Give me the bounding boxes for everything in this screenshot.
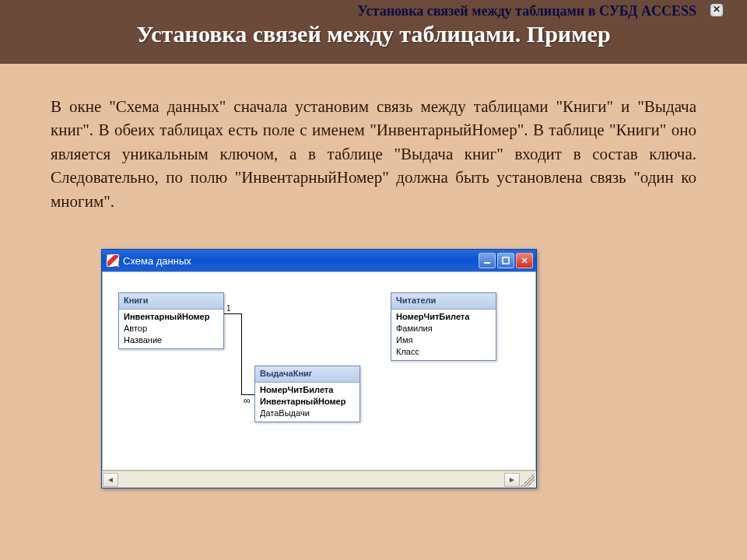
field[interactable]: Фамилия (391, 323, 496, 334)
relation-many-label: ∞ (244, 395, 251, 406)
svg-rect-1 (503, 257, 509, 264)
table-readers-fields: НомерЧитБилета Фамилия Имя Класс (391, 310, 496, 360)
window-titlebar[interactable]: Схема данных (102, 250, 536, 271)
relation-line[interactable] (241, 313, 242, 394)
svg-line-3 (522, 258, 527, 263)
scroll-right-button[interactable]: ► (504, 473, 520, 487)
app-icon (107, 254, 119, 267)
maximize-button[interactable] (497, 253, 514, 268)
table-books-fields: ИнвентарныйНомер Автор Название (119, 310, 223, 348)
resize-grip[interactable] (521, 473, 535, 487)
body-paragraph: В окне "Схема данных" сначала установим … (51, 95, 696, 213)
slide-header: Установка связей между таблицами в СУБД … (0, 0, 747, 64)
field[interactable]: Название (119, 334, 223, 346)
field[interactable]: Имя (391, 334, 496, 346)
relation-line[interactable] (224, 313, 241, 314)
relation-one-label: 1 (226, 304, 231, 313)
schema-canvas[interactable]: Книги ИнвентарныйНомер Автор Название Вы… (102, 271, 536, 471)
table-issue-title: ВыдачаКниг (255, 366, 359, 383)
table-books[interactable]: Книги ИнвентарныйНомер Автор Название (118, 292, 224, 349)
table-readers[interactable]: Читатели НомерЧитБилета Фамилия Имя Клас… (391, 292, 496, 361)
window-title: Схема данных (123, 255, 191, 267)
close-button[interactable]: ✕ (710, 3, 724, 17)
svg-line-2 (522, 258, 527, 263)
table-books-title: Книги (119, 293, 223, 310)
scroll-left-button[interactable]: ◄ (103, 473, 118, 487)
header-subtitle: Установка связей между таблицами в СУБД … (43, 3, 704, 19)
table-issue-fields: НомерЧитБилета ИнвентарныйНомер ДатаВыда… (255, 383, 359, 422)
window-statusbar: ◄ ► (102, 471, 536, 488)
field[interactable]: ИнвентарныйНомер (119, 311, 223, 323)
field[interactable]: ДатаВыдачи (255, 408, 359, 419)
field[interactable]: Автор (119, 323, 223, 334)
window-close-button[interactable] (516, 253, 533, 268)
field[interactable]: Класс (391, 346, 496, 358)
field[interactable]: НомерЧитБилета (391, 311, 496, 323)
field[interactable]: ИнвентарныйНомер (255, 396, 359, 408)
svg-rect-0 (484, 262, 490, 264)
table-readers-title: Читатели (391, 293, 496, 310)
field[interactable]: НомерЧитБилета (255, 384, 359, 396)
minimize-button[interactable] (479, 253, 496, 268)
access-schema-window: Схема данных Книги ИнвентарныйНомер Авто… (101, 249, 537, 488)
header-title: Установка связей между таблицами. Пример (43, 21, 704, 47)
table-issue[interactable]: ВыдачаКниг НомерЧитБилета ИнвентарныйНом… (254, 366, 360, 422)
content-area: В окне "Схема данных" сначала установим … (51, 95, 696, 213)
